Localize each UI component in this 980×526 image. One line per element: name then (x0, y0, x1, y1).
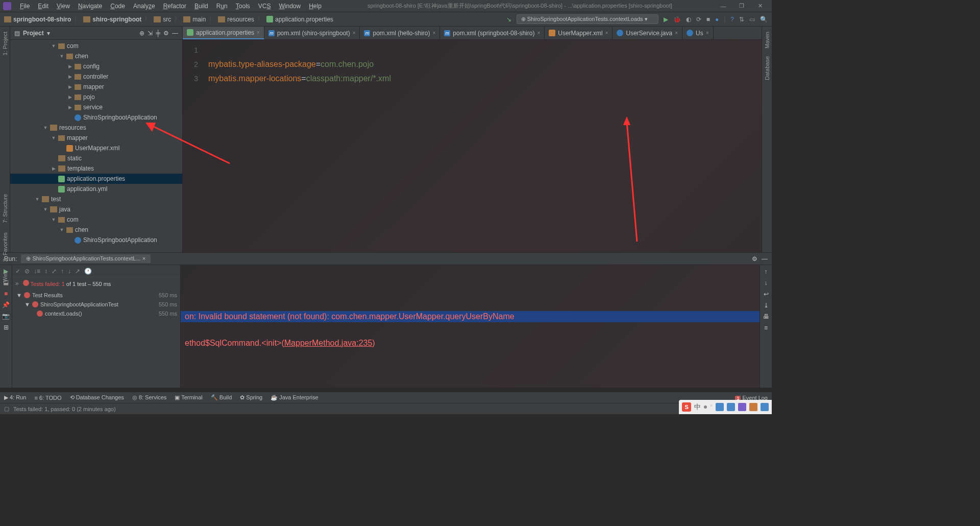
menu-view[interactable]: View (53, 2, 74, 11)
ime-softkb-icon[interactable] (716, 403, 724, 411)
ime-toolbar[interactable]: S 中 ° (679, 400, 772, 414)
structure-icon[interactable]: ▭ (749, 16, 755, 23)
tree-node[interactable]: ▼chen (10, 225, 182, 235)
close-tab-icon[interactable]: × (433, 30, 436, 36)
crumb-module[interactable]: shiro-springboot (83, 16, 141, 23)
editor-tab[interactable]: application.properties× (183, 27, 264, 39)
attach-button[interactable]: ● (715, 16, 719, 23)
menu-analyze[interactable]: Analyze (130, 2, 159, 11)
collapse-all-icon[interactable]: ⤢ (52, 268, 57, 275)
stop-button[interactable]: ■ (706, 16, 710, 23)
status-services[interactable]: ◎ 8: Services (132, 394, 166, 401)
tree-node[interactable]: ▶config (10, 61, 182, 71)
status-run[interactable]: ▶ 4: Run (4, 394, 26, 401)
editor-tab[interactable]: mpom.xml (springboot-08-shiro)× (440, 27, 545, 39)
collapse-icon[interactable]: ╪ (156, 30, 160, 37)
layout-button[interactable]: ⊞ (2, 323, 10, 331)
tree-node[interactable]: ▶mapper (10, 82, 182, 92)
status-terminal[interactable]: ▣ Terminal (175, 394, 202, 401)
run-button[interactable]: ▶ (664, 16, 668, 23)
tree-node[interactable]: ▶service (10, 102, 182, 112)
tree-node[interactable]: ▼test (10, 194, 182, 204)
next-icon[interactable]: ↓ (68, 268, 71, 275)
tree-node[interactable]: application.yml (10, 184, 182, 194)
test-method-node[interactable]: contextLoads()550 ms (12, 309, 180, 318)
soft-wrap-icon[interactable]: ↩ (764, 291, 769, 298)
clear-icon[interactable]: ≡ (764, 324, 768, 331)
ime-skin-icon[interactable] (738, 403, 746, 411)
pin-button[interactable]: 📌 (2, 301, 10, 309)
menu-edit[interactable]: Edit (34, 2, 52, 11)
tree-node[interactable]: ▶pojo (10, 92, 182, 102)
crumb-main[interactable]: main (183, 16, 206, 23)
crumb-src[interactable]: src (154, 16, 171, 23)
passed-icon[interactable]: ✓ (15, 268, 20, 275)
status-dbchanges[interactable]: ⟲ Database Changes (70, 394, 124, 401)
tool-maven[interactable]: Maven (764, 32, 770, 49)
profile-button[interactable]: ⟳ (696, 16, 701, 23)
test-results-root[interactable]: ▼Test Results550 ms (12, 291, 180, 300)
ime-lang[interactable]: 中 (694, 402, 701, 412)
tree-node[interactable]: ▼chen (10, 51, 182, 61)
status-spring[interactable]: ✿ Spring (240, 394, 262, 401)
run-settings-icon[interactable]: ⚙ (752, 255, 757, 262)
code-editor[interactable]: 1 2 3 mybatis.type-aliases-package=com.c… (183, 40, 762, 252)
tree-node[interactable]: ▶controller (10, 71, 182, 82)
close-button[interactable]: ✕ (751, 3, 769, 9)
run-config-dropdown[interactable]: ⊕ ShiroSpringbootApplicationTests.contex… (517, 14, 658, 24)
menu-window[interactable]: Window (275, 2, 304, 11)
tree-node[interactable]: application.properties (10, 174, 182, 184)
help-icon[interactable]: ? (730, 16, 734, 23)
tool-favorites[interactable]: 2: Favorites (2, 232, 8, 261)
close-tab-icon[interactable]: × (537, 30, 540, 36)
tree-node[interactable]: ▼com (10, 41, 182, 51)
tool-database[interactable]: Database (764, 56, 770, 80)
menu-build[interactable]: Build (191, 2, 212, 11)
ime-menu-icon[interactable] (761, 403, 769, 411)
status-todo[interactable]: ≡ 6: TODO (34, 395, 61, 401)
debug-button[interactable]: 🐞 (673, 16, 681, 23)
editor-tab[interactable]: Us× (682, 27, 714, 39)
tree-node[interactable]: static (10, 153, 182, 163)
coverage-button[interactable]: ◐ (686, 16, 691, 23)
expand-all-icon[interactable]: ↕ (44, 268, 47, 275)
menu-navigate[interactable]: Navigate (75, 2, 106, 11)
close-tab-icon[interactable]: × (257, 30, 260, 35)
prev-icon[interactable]: ↑ (61, 268, 64, 275)
ime-emoji-icon[interactable] (727, 403, 735, 411)
ime-punct-icon[interactable]: ° (710, 403, 713, 411)
menu-tools[interactable]: Tools (232, 2, 254, 11)
stacktrace-link[interactable]: MapperMethod.java:235 (284, 339, 373, 347)
locate-icon[interactable]: ⊕ (139, 30, 144, 37)
project-dropdown[interactable]: ▾ (47, 30, 50, 37)
update-icon[interactable]: ⇅ (739, 16, 744, 23)
editor-tab[interactable]: mpom.xml (hello-shiro)× (360, 27, 440, 39)
menu-run[interactable]: Run (213, 2, 231, 11)
menu-code[interactable]: Code (107, 2, 129, 11)
status-build[interactable]: 🔨 Build (211, 394, 232, 401)
tree-node[interactable]: ShiroSpringbootApplication (10, 235, 182, 245)
crumb-resources[interactable]: resources (218, 16, 254, 23)
ime-tool-icon[interactable] (749, 403, 757, 411)
tool-project[interactable]: 1: Project (2, 32, 8, 55)
close-tab-icon[interactable]: × (605, 30, 608, 36)
tree-node[interactable]: ShiroSpringbootApplication (10, 112, 182, 123)
tree-node[interactable]: ▼resources (10, 123, 182, 133)
tree-node[interactable]: UserMapper.xml (10, 143, 182, 153)
tool-structure[interactable]: 7: Structure (2, 194, 8, 223)
console-output[interactable]: on: Invalid bound statement (not found):… (181, 265, 760, 388)
menu-refactor[interactable]: Refactor (160, 2, 190, 11)
minimize-button[interactable]: — (715, 3, 732, 9)
status-javaee[interactable]: ☕ Java Enterprise (271, 394, 318, 401)
print-icon[interactable]: 🖶 (763, 313, 769, 320)
editor-tab[interactable]: mpom.xml (shiro-springboot)× (264, 27, 360, 39)
editor-tab[interactable]: UserService.java× (612, 27, 682, 39)
close-tab-icon[interactable]: × (706, 30, 709, 36)
test-class-node[interactable]: ▼ShiroSpringbootApplicationTest550 ms (12, 300, 180, 309)
tree-node[interactable]: ▼java (10, 204, 182, 214)
expand-icon[interactable]: ⇲ (148, 30, 153, 37)
maximize-button[interactable]: ❐ (733, 3, 750, 9)
menu-file[interactable]: File (16, 2, 33, 11)
run-tab[interactable]: ⊕ ShiroSpringbootApplicationTests.contex… (21, 254, 151, 263)
settings-icon[interactable]: ⚙ (163, 30, 169, 37)
